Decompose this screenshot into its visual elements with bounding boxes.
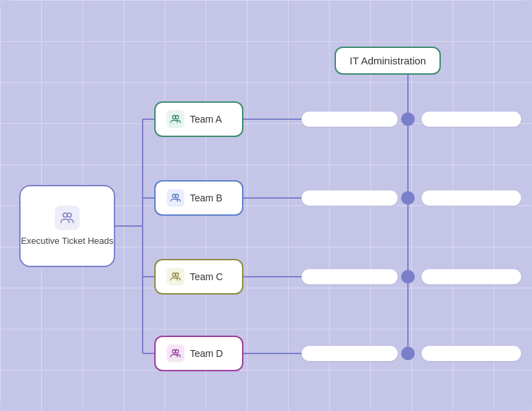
right-bar-a — [422, 112, 521, 127]
it-admin-node: IT Administration — [335, 47, 441, 75]
bar-c — [302, 269, 398, 284]
team-b-node: Team B — [154, 180, 243, 216]
team-b-label: Team B — [190, 192, 222, 203]
dot-a — [401, 112, 415, 126]
team-c-node: Team C — [154, 259, 243, 295]
team-d-label: Team D — [190, 348, 223, 359]
team-c-label: Team C — [190, 271, 223, 282]
right-bar-b — [422, 190, 521, 206]
executive-icon — [55, 206, 80, 230]
svg-point-13 — [63, 213, 67, 217]
bar-a — [302, 112, 398, 127]
it-admin-label: IT Administration — [350, 55, 426, 66]
dot-b — [401, 191, 415, 205]
bar-b — [302, 190, 398, 206]
dot-c — [401, 270, 415, 284]
canvas: Executive Ticket Heads IT Administration… — [0, 0, 532, 411]
team-a-icon — [167, 110, 184, 128]
team-b-icon — [167, 189, 184, 207]
svg-point-14 — [67, 213, 71, 217]
team-a-label: Team A — [190, 114, 222, 125]
right-bar-c — [422, 269, 521, 284]
dot-d — [401, 347, 415, 360]
executive-label: Executive Ticket Heads — [21, 236, 113, 247]
team-d-node: Team D — [154, 336, 243, 371]
right-bar-d — [422, 346, 521, 361]
executive-node: Executive Ticket Heads — [19, 185, 115, 267]
team-d-icon — [167, 345, 184, 362]
team-a-node: Team A — [154, 101, 243, 137]
team-c-icon — [167, 268, 184, 286]
bar-d — [302, 346, 398, 361]
